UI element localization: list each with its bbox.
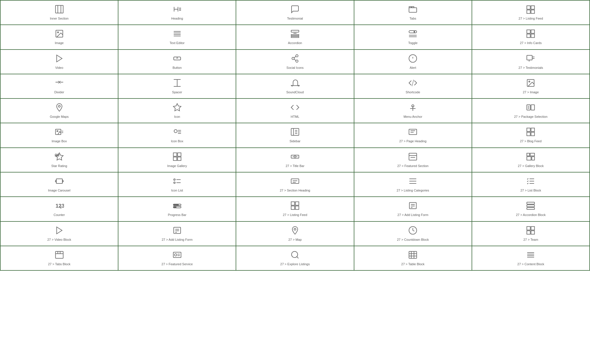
svg-marker-83	[55, 153, 63, 160]
27-gallery-block-label: 27 > Gallery Block	[518, 164, 544, 168]
widget-cell-27-list-block[interactable]: 27 > List Block	[472, 172, 590, 197]
widget-cell-27-countdown-block[interactable]: 27 > Countdown Block	[354, 222, 472, 246]
widget-cell-27-featured-section[interactable]: 27 > Featured Section	[354, 148, 472, 172]
widget-cell-27-section-heading[interactable]: 27 > Section Heading	[236, 172, 354, 197]
widget-cell-27-image[interactable]: 27 > Image	[472, 74, 590, 99]
widget-cell-27-page-heading[interactable]: 27 > Page Heading	[354, 123, 472, 148]
27-add-listing-form2-icon	[173, 226, 182, 238]
svg-point-55	[529, 81, 530, 82]
widget-cell-icon-box[interactable]: Icon Box	[118, 123, 236, 148]
widget-cell-27-accordion-block[interactable]: 27 > Accordion Block	[472, 197, 590, 221]
27-listing-categories-label: 27 > Listing Categories	[397, 188, 429, 192]
accordion-label: Accordion	[288, 41, 302, 45]
27-section-heading-label: 27 > Section Heading	[280, 188, 310, 192]
widget-cell-27-table-block[interactable]: 27 > Table Block	[354, 246, 472, 271]
image-gallery-icon	[173, 152, 182, 164]
widget-cell-27-testimonials[interactable]: 27 > Testimonials	[472, 50, 590, 74]
svg-marker-34	[56, 55, 62, 62]
svg-rect-88	[173, 157, 177, 160]
text-editor-icon	[173, 29, 182, 41]
widget-cell-testimonial[interactable]: Testimonial	[236, 1, 354, 25]
svg-rect-86	[173, 153, 177, 156]
widget-cell-accordion[interactable]: Accordion	[236, 25, 354, 50]
widget-cell-27-map[interactable]: 27 > Map	[236, 222, 354, 246]
testimonial-label: Testimonial	[287, 16, 303, 20]
svg-point-38	[296, 60, 298, 62]
widget-cell-star-rating[interactable]: Star Rating	[1, 148, 118, 172]
widget-cell-image-carousel[interactable]: Image Carousel	[1, 172, 118, 197]
widget-cell-divider[interactable]: Divider	[1, 74, 118, 99]
svg-rect-95	[527, 153, 530, 156]
svg-rect-12	[527, 6, 530, 9]
widget-cell-image-box[interactable]: Image Box	[1, 123, 118, 148]
widget-cell-image[interactable]: Image	[1, 25, 118, 50]
counter-label: Counter	[54, 213, 65, 217]
widget-cell-27-add-listing-form2[interactable]: 27 > Add Listing Form	[118, 222, 236, 246]
widget-cell-text-editor[interactable]: Text Editor	[118, 25, 236, 50]
svg-rect-79	[527, 128, 530, 132]
svg-point-100	[174, 179, 175, 180]
widget-cell-27-package-selection[interactable]: 27 > Package Selection	[472, 99, 590, 123]
svg-line-53	[412, 80, 414, 86]
widget-cell-27-explore-listings[interactable]: 27 > Explore Listings	[236, 246, 354, 271]
widget-cell-27-content-block[interactable]: 27 > Content Block	[472, 246, 590, 271]
svg-rect-89	[177, 157, 181, 160]
svg-rect-137	[527, 226, 530, 230]
widget-cell-tabs[interactable]: Tabs	[354, 1, 472, 25]
button-icon	[173, 54, 182, 66]
widget-cell-27-team[interactable]: 27 > Team	[472, 222, 590, 246]
widget-cell-27-gallery-block[interactable]: 27 > Gallery Block	[472, 148, 590, 172]
widget-cell-soundcloud[interactable]: SoundCloud	[236, 74, 354, 99]
soundcloud-label: SoundCloud	[286, 90, 304, 94]
widget-cell-inner-section[interactable]: Inner Section	[1, 1, 118, 25]
svg-rect-138	[531, 226, 535, 230]
widget-cell-spacer[interactable]: Spacer	[118, 74, 236, 99]
google-maps-icon	[55, 103, 64, 115]
27-testimonials-icon	[526, 54, 535, 66]
27-blog-feed-label: 27 > Blog Feed	[520, 139, 542, 143]
progress-bar-icon	[173, 201, 182, 213]
widget-cell-27-listing-feed2[interactable]: 27 > Listing Feed	[236, 197, 354, 221]
widget-cell-shortcode[interactable]: Shortcode	[354, 74, 472, 99]
inner-section-icon	[55, 5, 64, 16]
widget-cell-progress-bar[interactable]: Progress Bar	[118, 197, 236, 221]
svg-rect-30	[527, 30, 530, 33]
widget-cell-counter[interactable]: 123Counter	[1, 197, 118, 221]
image-box-label: Image Box	[52, 139, 67, 143]
widget-cell-27-video-block[interactable]: 27 > Video Block	[1, 222, 118, 246]
widget-cell-image-gallery[interactable]: Image Gallery	[118, 148, 236, 172]
widget-cell-menu-anchor[interactable]: Menu Anchor	[354, 99, 472, 123]
widget-cell-icon[interactable]: Icon	[118, 99, 236, 123]
widget-cell-video[interactable]: Video	[1, 50, 118, 74]
widget-cell-27-tabs-block[interactable]: 27 > Tabs Block	[1, 246, 118, 271]
widget-cell-toggle[interactable]: Toggle	[354, 25, 472, 50]
27-add-listing-form-label: 27 > Add Listing Form	[398, 213, 428, 217]
27-table-block-icon	[408, 250, 417, 262]
27-add-listing-form2-label: 27 > Add Listing Form	[162, 238, 192, 242]
27-featured-section-icon	[408, 152, 417, 164]
divider-label: Divider	[54, 90, 64, 94]
svg-rect-131	[174, 227, 181, 233]
27-testimonials-label: 27 > Testimonials	[519, 66, 543, 70]
widget-cell-google-maps[interactable]: Google Maps	[1, 99, 118, 123]
widget-cell-button[interactable]: Button	[118, 50, 236, 74]
widget-cell-icon-list[interactable]: Icon List	[118, 172, 236, 197]
widget-cell-27-featured-service[interactable]: 27 > Featured Service	[118, 246, 236, 271]
widget-cell-sidebar[interactable]: Sidebar	[236, 123, 354, 148]
widget-cell-27-listing-feed[interactable]: 27 > Listing Feed	[472, 1, 590, 25]
svg-rect-25	[291, 37, 299, 38]
widget-cell-heading[interactable]: Heading	[118, 1, 236, 25]
27-package-selection-label: 27 > Package Selection	[514, 115, 547, 119]
widget-cell-alert[interactable]: Alert	[354, 50, 472, 74]
27-page-heading-icon	[408, 127, 417, 139]
svg-rect-22	[291, 30, 299, 32]
svg-rect-140	[531, 231, 535, 234]
widget-cell-social-icons[interactable]: Social Icons	[236, 50, 354, 74]
widget-cell-27-listing-categories[interactable]: 27 > Listing Categories	[354, 172, 472, 197]
widget-cell-27-blog-feed[interactable]: 27 > Blog Feed	[472, 123, 590, 148]
divider-icon	[55, 78, 64, 90]
widget-cell-27-add-listing-form[interactable]: 27 > Add Listing Form	[354, 197, 472, 221]
widget-cell-html[interactable]: HTML	[236, 99, 354, 123]
widget-cell-27-title-bar[interactable]: 27 > Title Bar	[236, 148, 354, 172]
widget-cell-27-info-cards[interactable]: 27 > Info Cards	[472, 25, 590, 50]
